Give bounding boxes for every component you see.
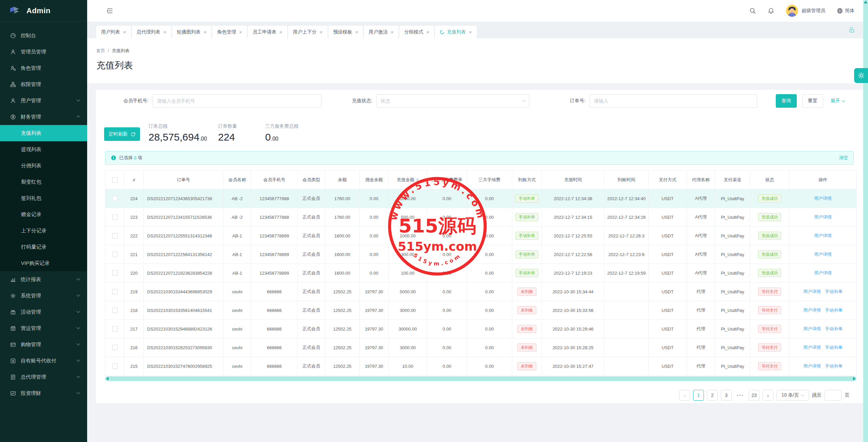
row-checkbox[interactable]: [112, 363, 118, 369]
sidebar-item-user[interactable]: 用户管理: [0, 92, 87, 109]
user-detail-link[interactable]: 用户详情: [814, 214, 832, 219]
select-all-checkbox[interactable]: [112, 177, 118, 183]
sidebar-item-finance[interactable]: 财务管理: [0, 109, 87, 125]
tab-用户列表[interactable]: 用户列表×: [96, 26, 131, 38]
sidebar-item-report[interactable]: 统计报表: [0, 271, 87, 288]
user-avatar[interactable]: [786, 5, 798, 17]
tab-close-icon[interactable]: ×: [426, 29, 429, 35]
tab-角色管理[interactable]: 角色管理×: [212, 26, 247, 38]
row-checkbox[interactable]: [112, 214, 118, 220]
reset-button[interactable]: 重置: [802, 94, 823, 108]
sidebar-item-system[interactable]: 系统管理: [0, 288, 87, 304]
row-checkbox[interactable]: [112, 233, 118, 238]
sidebar-subitem-fission-redpacket[interactable]: 裂变红包: [0, 174, 87, 190]
status-filter-select[interactable]: [376, 94, 529, 108]
scroll-right-icon[interactable]: [853, 377, 855, 380]
sidebar-item-activity[interactable]: 活动管理: [0, 304, 87, 320]
sidebar-subitem-withdraw-list[interactable]: 提现列表: [0, 141, 87, 157]
page-button-2[interactable]: 2: [707, 390, 718, 401]
tab-轮播图列表[interactable]: 轮播图列表×: [172, 26, 212, 38]
page-button-23[interactable]: 23: [749, 390, 760, 401]
manual-order-link[interactable]: 手动补单: [825, 289, 843, 294]
tab-总代理列表[interactable]: 总代理列表×: [132, 26, 171, 38]
prev-page-button[interactable]: ‹: [679, 390, 690, 401]
row-checkbox[interactable]: [112, 326, 118, 332]
breadcrumb-home[interactable]: 首页: [96, 48, 105, 54]
row-checkbox[interactable]: [112, 308, 118, 313]
manual-order-link[interactable]: 手动补单: [825, 326, 843, 331]
row-checkbox[interactable]: [112, 196, 118, 201]
jump-page-input[interactable]: [825, 390, 842, 401]
row-checkbox[interactable]: [112, 270, 118, 276]
search-icon[interactable]: [749, 7, 756, 14]
tab-close-icon[interactable]: ×: [163, 29, 166, 35]
expand-filters-link[interactable]: 展开: [831, 98, 845, 104]
tab-用户上下分[interactable]: 用户上下分×: [288, 26, 328, 38]
user-detail-link[interactable]: 用户详情: [803, 345, 821, 350]
sidebar-item-admin[interactable]: 管理员管理: [0, 44, 87, 60]
sidebar-item-shopping[interactable]: 购物管理: [0, 336, 87, 353]
sidebar-item-console[interactable]: 控制台: [0, 27, 87, 44]
page-size-select[interactable]: 10 条/页: [776, 390, 809, 401]
user-detail-link[interactable]: 用户详情: [803, 363, 821, 369]
next-page-button[interactable]: ›: [763, 390, 773, 401]
sidebar-subitem-bonus-record[interactable]: 赠金记录: [0, 206, 87, 223]
sidebar-item-role[interactable]: 角色管理: [0, 60, 87, 76]
sidebar-subitem-commission-list[interactable]: 分佣列表: [0, 157, 87, 174]
sidebar-item-agency[interactable]: 总代理管理: [0, 369, 87, 385]
scroll-up-icon[interactable]: [864, 1, 867, 3]
row-checkbox[interactable]: [112, 289, 118, 294]
notification-bell-icon[interactable]: [768, 7, 774, 14]
user-detail-link[interactable]: 用户详情: [814, 233, 832, 238]
sidebar-subitem-updown-record[interactable]: 上下分记录: [0, 223, 87, 239]
page-button-3[interactable]: 3: [721, 390, 732, 401]
tab-close-icon[interactable]: ×: [320, 29, 323, 35]
sidebar-subitem-coding-record[interactable]: 打码量记录: [0, 239, 87, 255]
tab-预设模板[interactable]: 预设模板×: [329, 26, 363, 38]
horizontal-scrollbar[interactable]: [105, 376, 856, 381]
page-button-1[interactable]: 1: [693, 390, 704, 401]
sidebar-subitem-vip-purchase[interactable]: VIP购买记录: [0, 255, 87, 271]
sidebar-item-operation[interactable]: 营运管理: [0, 320, 87, 336]
tab-close-icon[interactable]: ×: [279, 29, 282, 35]
user-detail-link[interactable]: 用户详情: [814, 252, 832, 257]
user-detail-link[interactable]: 用户详情: [803, 308, 821, 313]
tab-分组模式[interactable]: 分组模式×: [399, 26, 434, 38]
sidebar-collapse-icon[interactable]: [106, 7, 114, 15]
sidebar-item-invest[interactable]: 投资理财: [0, 385, 87, 401]
scroll-left-icon[interactable]: [106, 377, 108, 380]
search-button[interactable]: 查询: [776, 94, 797, 108]
user-detail-link[interactable]: 用户详情: [803, 326, 821, 331]
status-select-input[interactable]: [376, 94, 529, 108]
user-detail-link[interactable]: 用户详情: [814, 270, 832, 275]
tab-充值列表[interactable]: 充值列表×: [435, 26, 477, 38]
sort-caret-icon[interactable]: [416, 178, 419, 182]
tab-close-icon[interactable]: ×: [239, 29, 242, 35]
user-detail-link[interactable]: 用户详情: [814, 196, 832, 201]
tab-close-icon[interactable]: ×: [204, 29, 207, 35]
sidebar-item-selfpay[interactable]: 自有账号代收付: [0, 353, 87, 369]
manual-order-link[interactable]: 手动补单: [825, 308, 843, 313]
manual-order-link[interactable]: 手动补单: [825, 363, 843, 369]
phone-filter-input[interactable]: [153, 94, 321, 108]
order-filter-input[interactable]: [590, 94, 757, 108]
sidebar-subitem-recharge-list[interactable]: 充值列表: [0, 125, 87, 141]
theme-settings-button[interactable]: [854, 68, 868, 83]
tab-close-icon[interactable]: ×: [355, 29, 358, 35]
tab-close-icon[interactable]: ×: [391, 29, 394, 35]
auto-refresh-button[interactable]: 定时刷新: [104, 127, 140, 141]
tab-员工申请表[interactable]: 员工申请表×: [248, 26, 287, 38]
tab-close-icon[interactable]: ×: [469, 29, 472, 35]
language-switcher[interactable]: 简体: [837, 8, 854, 14]
user-detail-link[interactable]: 用户详情: [803, 289, 821, 294]
row-checkbox[interactable]: [112, 252, 118, 257]
vertical-scrollbar[interactable]: [863, 0, 868, 442]
clear-selection-link[interactable]: 清空: [839, 155, 848, 161]
manual-order-link[interactable]: 手动补单: [825, 345, 843, 350]
sidebar-item-permission[interactable]: 权限管理: [0, 76, 87, 92]
tab-close-icon[interactable]: ×: [123, 29, 126, 35]
sidebar-subitem-signin-gift[interactable]: 签到礼包: [0, 190, 87, 206]
username-label[interactable]: 超级管理员: [802, 8, 825, 14]
tab-用户激活[interactable]: 用户激活×: [364, 26, 398, 38]
unlock-icon[interactable]: [848, 26, 855, 33]
